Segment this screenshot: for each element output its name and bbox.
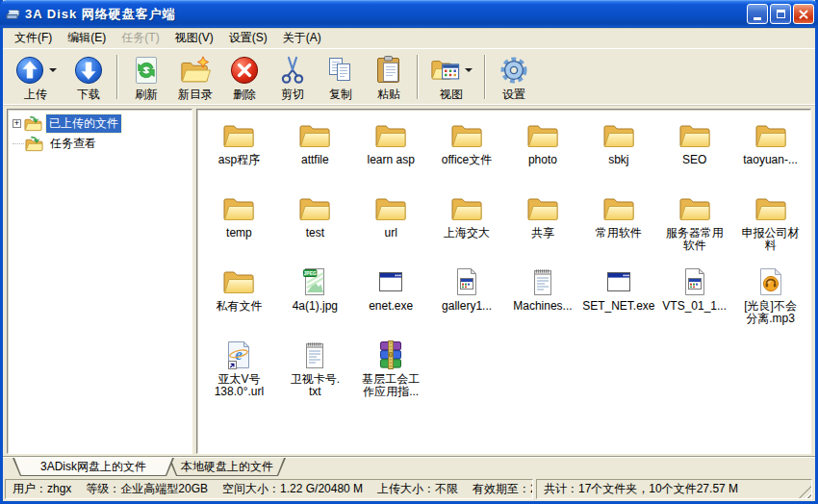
file-item-folder[interactable]: photo	[505, 117, 581, 190]
file-item-audio[interactable]: [光良]不会 分离.mp3	[732, 264, 808, 337]
file-item-folder[interactable]: 上海交大	[429, 190, 505, 264]
close-button[interactable]	[793, 4, 814, 24]
close-icon	[798, 9, 809, 20]
file-item-folder[interactable]: test	[277, 190, 353, 264]
file-item-html[interactable]: gallery1...	[429, 264, 505, 337]
toolbar-button-iconrow	[229, 55, 260, 86]
dropdown-arrow-icon[interactable]	[465, 68, 473, 72]
jpeg-file-icon: JPEG	[298, 266, 331, 297]
toolbar-button-upload[interactable]: 上传	[7, 52, 64, 103]
title-bar: 3A Disk 网络硬盘客户端	[0, 0, 818, 28]
file-item-folder[interactable]: asp程序	[201, 117, 277, 190]
window-title: 3A Disk 网络硬盘客户端	[25, 6, 747, 23]
file-item-html[interactable]: VTS_01_1...	[656, 264, 732, 337]
file-item-folder[interactable]: office文件	[429, 117, 505, 190]
file-item-url[interactable]: e亚太V号 138.0°.url	[201, 337, 277, 410]
folder-icon	[450, 193, 483, 224]
tab-1[interactable]: 3ADisk网盘上的文件	[13, 458, 174, 476]
file-item-folder[interactable]: 申报公司材 料	[732, 190, 808, 264]
file-item-folder[interactable]: 服务器常用 软件	[656, 190, 732, 264]
file-item-folder[interactable]: url	[353, 190, 429, 264]
folder-icon	[298, 120, 331, 151]
exe-file-icon	[374, 266, 407, 297]
resize-grip-icon[interactable]	[799, 486, 811, 498]
file-grid: asp程序attfilelearn aspoffice文件photosbkjSE…	[201, 117, 808, 410]
toolbar-button-view[interactable]: 视图	[422, 52, 480, 103]
toolbar-separator	[484, 55, 486, 99]
toolbar-button-label: 上传	[24, 88, 47, 101]
maximize-button[interactable]	[770, 4, 791, 24]
file-item-label: 上海交大	[444, 227, 490, 239]
file-item-folder[interactable]: SEO	[656, 117, 732, 190]
new-folder-icon	[180, 55, 211, 86]
file-item-folder[interactable]: sbkj	[580, 117, 656, 190]
toolbar-button-delete[interactable]: 删除	[220, 52, 268, 103]
file-item-txt[interactable]: Machines...	[505, 264, 581, 337]
upload-icon	[14, 55, 45, 86]
main-area: +已上传的文件任务查看 asp程序attfilelearn aspoffice文…	[3, 106, 815, 456]
folder-icon	[222, 120, 255, 151]
file-item-folder[interactable]: 私有文件	[201, 264, 277, 337]
minimize-icon	[754, 17, 761, 20]
toolbar-button-label: 设置	[502, 88, 525, 101]
toolbar-button-label: 复制	[329, 88, 352, 101]
file-item-exe[interactable]: enet.exe	[353, 264, 429, 337]
sidebar-item-2[interactable]: 任务查看	[8, 134, 192, 154]
status-item-1: 用户：zhgx	[13, 481, 71, 497]
folder-icon	[602, 193, 635, 224]
status-total-segment: 共计：17个文件夹，10个文件27.57 M	[536, 479, 812, 499]
folder-icon	[222, 193, 255, 224]
file-item-folder[interactable]: 共享	[505, 190, 581, 264]
file-item-folder[interactable]: learn asp	[353, 117, 429, 190]
file-item-label: 私有文件	[216, 300, 262, 313]
file-item-folder[interactable]: 常用软件	[580, 190, 656, 264]
menu-item-2[interactable]: 编辑(E)	[60, 27, 114, 49]
file-item-exe[interactable]: SET_NET.exe	[580, 264, 656, 337]
toolbar-button-paste[interactable]: 粘贴	[365, 52, 413, 103]
toolbar-button-download[interactable]: 下载	[64, 52, 113, 103]
toolbar-button-iconrow	[277, 55, 308, 86]
svg-text:JPEG: JPEG	[304, 270, 317, 276]
toolbar-button-refresh[interactable]: 刷新	[122, 52, 170, 103]
toolbar-button-iconrow	[430, 55, 473, 86]
menu-item-6[interactable]: 关于(A)	[275, 27, 329, 49]
file-item-txt[interactable]: 卫视卡号. txt	[277, 337, 353, 410]
file-item-label: sbkj	[608, 154, 628, 166]
menu-item-3: 任务(T)	[114, 27, 166, 49]
exe-file-icon	[602, 266, 635, 297]
file-item-rar[interactable]: 基层工会工 作应用指...	[353, 337, 429, 410]
toolbar-button-new-folder[interactable]: 新目录	[170, 52, 220, 103]
txt-file-icon	[298, 340, 331, 370]
delete-icon	[229, 55, 260, 86]
file-item-label: test	[306, 227, 324, 239]
bottom-tab-bar: 3ADisk网盘上的文件本地硬盘上的文件	[3, 456, 815, 477]
folder-icon	[754, 120, 787, 151]
tab-2[interactable]: 本地硬盘上的文件	[168, 458, 286, 476]
file-item-label: 常用软件	[596, 227, 642, 239]
file-item-folder[interactable]: temp	[201, 190, 277, 264]
toolbar: 上传下载刷新新目录删除剪切复制粘贴视图设置	[3, 49, 815, 106]
toolbar-button-iconrow	[498, 55, 529, 86]
file-item-folder[interactable]: attfile	[277, 117, 353, 190]
menu-item-4[interactable]: 视图(V)	[167, 27, 221, 49]
file-item-folder[interactable]: taoyuan-...	[732, 117, 808, 190]
tab-label: 3ADisk网盘上的文件	[13, 458, 173, 475]
file-item-jpeg[interactable]: JPEG4a(1).jpg	[277, 264, 353, 337]
view-icon	[430, 55, 461, 86]
file-item-label: SEO	[682, 154, 706, 166]
tree-expand-toggle[interactable]: +	[13, 119, 21, 128]
rar-archive-icon	[374, 340, 407, 370]
toolbar-button-copy[interactable]: 复制	[317, 52, 365, 103]
toolbar-button-cut[interactable]: 剪切	[268, 52, 317, 103]
file-item-label: gallery1...	[442, 300, 492, 313]
file-item-label: 申报公司材 料	[742, 227, 800, 252]
minimize-button[interactable]	[747, 4, 768, 24]
tree-item-label: 任务查看	[47, 135, 99, 153]
file-item-label: enet.exe	[369, 300, 413, 313]
menu-item-5[interactable]: 设置(S)	[221, 27, 275, 49]
sidebar-item-1[interactable]: +已上传的文件	[8, 113, 192, 134]
dropdown-arrow-icon[interactable]	[49, 68, 57, 72]
menu-item-1[interactable]: 文件(F)	[7, 27, 60, 49]
toolbar-button-settings[interactable]: 设置	[490, 52, 538, 103]
maximize-icon	[777, 10, 785, 18]
